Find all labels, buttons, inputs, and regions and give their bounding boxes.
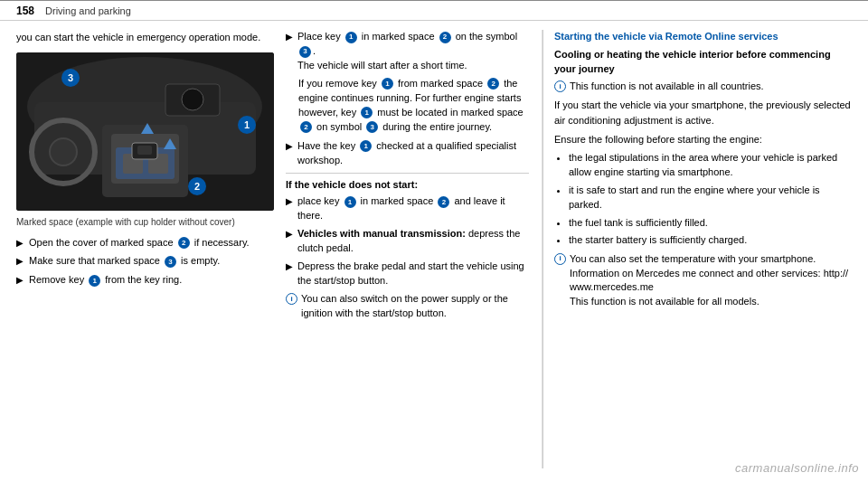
arrow-icon-5: ▶: [286, 140, 293, 154]
info-row-switch: i You can also switch on the power suppl…: [286, 292, 529, 321]
m-badge-3b: 3: [366, 121, 378, 133]
svg-point-19: [50, 138, 77, 165]
list-item-fuel: the fuel tank is sufficiently filled.: [569, 215, 852, 231]
m-badge-2c: 2: [300, 121, 312, 133]
right-para1: If you start the vehicle via your smartp…: [554, 98, 852, 128]
info-icon-1: i: [286, 293, 297, 305]
svg-text:2: 2: [194, 181, 200, 192]
dot-list: the legal stipulations in the area where…: [554, 150, 852, 248]
right-column: Starting the vehicle via Remote Online s…: [542, 30, 868, 468]
arrow-icon-6: ▶: [286, 195, 293, 209]
svg-text:1: 1: [244, 119, 250, 130]
badge-1: 1: [89, 275, 100, 287]
left-column: you can start the vehicle in emergency o…: [0, 30, 280, 468]
m-badge-1c: 1: [361, 107, 373, 118]
svg-text:3: 3: [68, 72, 73, 83]
info-icon-2: i: [554, 80, 566, 92]
badge-3: 3: [165, 256, 176, 268]
bullet-open-cover: ▶ Open the cover of marked space 2 if ne…: [16, 236, 271, 250]
info-row-temperature: i You can also set the temperature with …: [554, 252, 852, 310]
m-badge-1: 1: [345, 32, 357, 43]
info-row-countries: i This function is not available in all …: [554, 80, 852, 94]
m-badge-2b: 2: [487, 78, 499, 90]
mid-bullet-brake: ▶ Depress the brake pedal and start the …: [286, 260, 529, 288]
svg-point-21: [182, 89, 203, 110]
bullet-make-sure: ▶ Make sure that marked space 3 is empty…: [16, 254, 271, 269]
arrow-icon-7: ▶: [286, 228, 293, 241]
no-start-heading: If the vehicle does not start:: [286, 179, 529, 190]
page-number: 158: [16, 5, 34, 17]
arrow-icon-8: ▶: [286, 260, 293, 274]
list-item-battery: the starter battery is sufficiently char…: [569, 232, 852, 248]
arrow-icon: ▶: [16, 237, 24, 250]
car-image: 3 1 2: [16, 52, 274, 211]
m-badge-1e: 1: [344, 196, 356, 208]
arrow-icon-2: ▶: [16, 255, 24, 269]
engine-continues-text: If you remove key 1 from marked space 2 …: [286, 77, 529, 135]
right-subsection-title: Cooling or heating the vehicle interior …: [554, 48, 852, 76]
m-badge-1d: 1: [360, 140, 372, 152]
mid-bullet-manual: ▶ Vehicles with manual transmission: dep…: [286, 227, 529, 256]
badge-2: 2: [178, 237, 190, 249]
info-text-countries: This function is not available in all co…: [570, 80, 764, 94]
arrow-icon-4: ▶: [286, 31, 293, 44]
m-badge-2e: 2: [438, 196, 449, 208]
watermark: carmanualsonline.info: [735, 461, 859, 475]
section-title: Driving and parking: [45, 5, 131, 16]
m-badge-2: 2: [439, 32, 451, 43]
img-caption: Marked space (example with cup holder wi…: [16, 216, 271, 229]
mid-bullet-checked: ▶ Have the key 1 checked at a qualified …: [286, 139, 529, 168]
bullet-remove-key: ▶ Remove key 1 from the key ring.: [16, 273, 271, 288]
middle-column: ▶ Place key 1 in marked space 2 on the s…: [280, 30, 542, 468]
right-section-title: Starting the vehicle via Remote Online s…: [554, 30, 852, 43]
list-item-safe: it is safe to start and run the engine w…: [569, 183, 852, 213]
info-icon-3: i: [554, 253, 566, 265]
m-badge-1b: 1: [382, 78, 393, 90]
right-para2: Ensure the following before starting the…: [554, 132, 852, 147]
mid-bullet-place-key: ▶ Place key 1 in marked space 2 on the s…: [286, 30, 529, 73]
m-badge-3: 3: [299, 46, 311, 58]
arrow-icon-3: ▶: [16, 274, 24, 288]
page-header: 158 Driving and parking: [0, 1, 868, 21]
svg-rect-9: [137, 146, 152, 155]
divider-1: [286, 173, 529, 174]
intro-text: you can start the vehicle in emergency o…: [16, 30, 271, 45]
list-item-legal: the legal stipulations in the area where…: [569, 150, 852, 180]
mid-bullet-place-key2: ▶ place key 1 in marked space 2 and leav…: [286, 194, 529, 223]
